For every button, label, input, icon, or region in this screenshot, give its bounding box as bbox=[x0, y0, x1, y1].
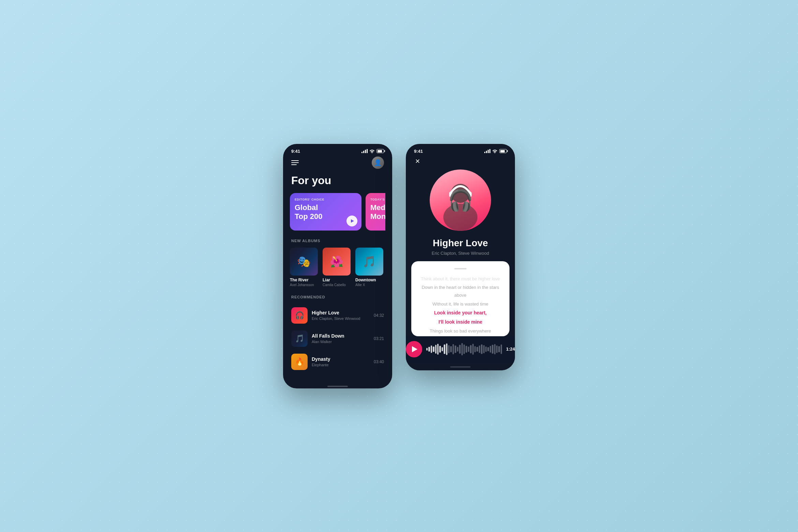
rec-item-dynasty[interactable]: 🔥 Dynasty Elephante 03:40 bbox=[290, 350, 385, 373]
avatar[interactable]: 👤 bbox=[372, 157, 384, 169]
albums-row: The River Axel Johansson Liar Camila Cab… bbox=[290, 248, 385, 287]
player-song-artists: Eric Clapton, Steve Winwood bbox=[413, 251, 508, 256]
lyric-line-5: I'll look inside mine bbox=[417, 318, 503, 326]
album-cover-liar bbox=[323, 248, 351, 276]
rec-thumb-higher: 🎧 bbox=[291, 307, 308, 324]
rec-name-falls: All Falls Down bbox=[312, 333, 370, 339]
waveform-bar bbox=[444, 344, 445, 354]
lyric-line-2: Down in the heart or hidden in the stars… bbox=[417, 283, 503, 299]
rec-info-higher: Higher Love Eric Clapton, Steve Winwood bbox=[312, 310, 370, 321]
featured-card-global[interactable]: EDITORS' CHOICE GlobalTop 200 bbox=[290, 193, 361, 231]
album-item-liar[interactable]: Liar Camila Cabello bbox=[323, 248, 351, 287]
waveform-bar bbox=[498, 346, 500, 352]
rec-duration-higher: 04:32 bbox=[374, 313, 384, 318]
close-button[interactable]: ✕ bbox=[413, 157, 422, 166]
lyric-line-1: Think about it, there must be higher lov… bbox=[417, 275, 503, 283]
lyric-line-4: Look inside your heart, bbox=[417, 309, 503, 317]
rec-artist-dynasty: Elephante bbox=[312, 363, 370, 367]
waveform-bar bbox=[437, 344, 439, 355]
waveform-bar bbox=[459, 345, 460, 354]
rec-item-higher-love[interactable]: 🎧 Higher Love Eric Clapton, Steve Winwoo… bbox=[290, 304, 385, 327]
rec-artist-higher: Eric Clapton, Steve Winwood bbox=[312, 316, 370, 321]
play-button-global[interactable] bbox=[346, 216, 357, 226]
lyric-line-7: In this whole world, what is fair? bbox=[417, 336, 503, 336]
waveform-bar bbox=[481, 344, 482, 354]
status-bar-player: 9:41 bbox=[406, 144, 515, 157]
wifi-icon bbox=[369, 149, 375, 153]
waveform-bar bbox=[490, 346, 491, 353]
waveform-bar bbox=[426, 348, 428, 351]
waveform-bar bbox=[479, 345, 480, 353]
waveform-bar bbox=[496, 345, 498, 353]
waveform-bar bbox=[461, 343, 463, 355]
rec-item-all-falls[interactable]: 🎵 All Falls Down Alan Walker 03:21 bbox=[290, 327, 385, 350]
player-duration: 1:24 bbox=[506, 346, 515, 352]
waveform-bar bbox=[494, 344, 496, 354]
waveform-bar bbox=[428, 347, 430, 352]
phone-player: 9:41 ✕ bbox=[406, 144, 515, 370]
waveform-bar bbox=[487, 347, 489, 351]
lyrics-drag-handle bbox=[454, 268, 467, 269]
featured-card-medi[interactable]: TODAY'S MediMon bbox=[366, 193, 385, 231]
player-controls: 1:24 bbox=[406, 336, 515, 364]
waveform-bar bbox=[455, 345, 456, 353]
menu-button[interactable] bbox=[291, 160, 299, 165]
card-label-global: EDITORS' CHOICE bbox=[295, 198, 357, 201]
rec-duration-falls: 03:21 bbox=[374, 336, 384, 341]
rec-duration-dynasty: 03:40 bbox=[374, 359, 384, 364]
battery-icon-player bbox=[499, 149, 507, 153]
page-title: For you bbox=[290, 174, 385, 187]
album-artist-downtown: Allie X bbox=[355, 283, 383, 287]
svg-rect-2 bbox=[449, 192, 453, 197]
waveform-bar bbox=[431, 345, 432, 353]
status-icons-home bbox=[361, 149, 384, 153]
home-content: 👤 For you EDITORS' CHOICE GlobalTop 200 … bbox=[283, 157, 392, 380]
battery-icon bbox=[376, 149, 384, 153]
album-artist-river: Axel Johansson bbox=[290, 283, 318, 287]
rec-thumb-dynasty: 🔥 bbox=[291, 354, 308, 370]
card-label-medi: TODAY'S bbox=[370, 198, 385, 201]
album-item-river[interactable]: The River Axel Johansson bbox=[290, 248, 318, 287]
waveform-bar bbox=[474, 346, 476, 352]
svg-rect-3 bbox=[468, 192, 472, 197]
rec-info-falls: All Falls Down Alan Walker bbox=[312, 333, 370, 344]
recommended-section-header: RECOMMENDED bbox=[290, 295, 385, 299]
recommended-list: 🎧 Higher Love Eric Clapton, Steve Winwoo… bbox=[290, 304, 385, 373]
rec-name-higher: Higher Love bbox=[312, 310, 370, 315]
phones-container: 9:41 👤 For you bbox=[283, 144, 515, 388]
lyric-line-3: Without it, life is wasted time bbox=[417, 300, 503, 308]
waveform-bar bbox=[485, 346, 487, 352]
rec-artist-falls: Alan Walker bbox=[312, 340, 370, 344]
album-name-liar: Liar bbox=[323, 278, 351, 282]
player-play-button[interactable] bbox=[406, 341, 422, 357]
waveform-bar bbox=[472, 344, 474, 355]
album-name-river: The River bbox=[290, 278, 318, 282]
player-content: ✕ Higher Love Eric Clapton, bbox=[406, 157, 515, 336]
lyrics-card[interactable]: Think about it, there must be higher lov… bbox=[411, 261, 509, 336]
svg-point-1 bbox=[443, 204, 477, 231]
waveform-bar bbox=[466, 346, 467, 353]
status-time-home: 9:41 bbox=[291, 149, 300, 154]
card-title-medi: MediMon bbox=[370, 203, 385, 221]
scroll-indicator-player bbox=[450, 366, 471, 368]
waveform-bar bbox=[483, 345, 485, 353]
album-art-inner bbox=[430, 169, 491, 231]
signal-icon bbox=[361, 149, 368, 153]
album-name-downtown: Downtown bbox=[355, 278, 383, 282]
waveform-bar bbox=[457, 347, 458, 352]
status-bar-home: 9:41 bbox=[283, 144, 392, 157]
waveform-bar bbox=[453, 344, 454, 354]
rec-info-dynasty: Dynasty Elephante bbox=[312, 356, 370, 367]
scroll-indicator-home bbox=[327, 386, 348, 387]
phone-home: 9:41 👤 For you bbox=[283, 144, 392, 388]
album-cover-downtown bbox=[355, 248, 383, 276]
waveform-bar bbox=[442, 347, 443, 351]
waveform[interactable] bbox=[426, 343, 502, 355]
album-art-svg bbox=[430, 169, 491, 231]
albums-section-header: NEW ALBUMS bbox=[290, 239, 385, 243]
top-nav: 👤 bbox=[290, 157, 385, 169]
waveform-bar bbox=[433, 346, 434, 352]
album-cover-river bbox=[290, 248, 318, 276]
album-item-downtown[interactable]: Downtown Allie X bbox=[355, 248, 383, 287]
waveform-bar bbox=[470, 345, 471, 353]
